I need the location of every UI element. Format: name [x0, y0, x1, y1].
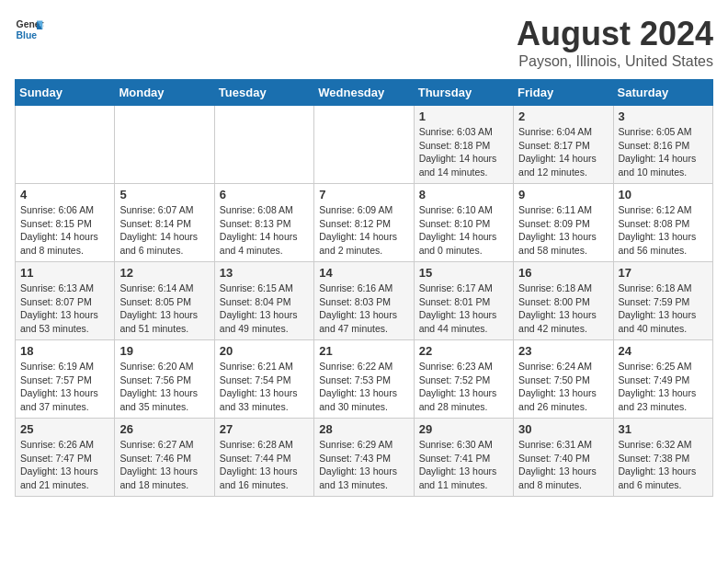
day-number: 15 [419, 266, 508, 280]
calendar-body: 1Sunrise: 6:03 AMSunset: 8:18 PMDaylight… [16, 106, 713, 497]
calendar-cell: 21Sunrise: 6:22 AMSunset: 7:53 PMDayligh… [314, 340, 414, 419]
day-info: Sunrise: 6:24 AMSunset: 7:50 PMDaylight:… [518, 360, 608, 414]
calendar-cell: 11Sunrise: 6:13 AMSunset: 8:07 PMDayligh… [16, 262, 115, 340]
day-of-week-tuesday: Tuesday [214, 80, 313, 106]
calendar-cell: 9Sunrise: 6:11 AMSunset: 8:09 PMDaylight… [514, 184, 613, 262]
day-number: 13 [220, 266, 309, 280]
day-info: Sunrise: 6:25 AMSunset: 7:49 PMDaylight:… [619, 360, 708, 414]
day-info: Sunrise: 6:10 AMSunset: 8:10 PMDaylight:… [419, 203, 508, 258]
calendar-cell: 20Sunrise: 6:21 AMSunset: 7:54 PMDayligh… [214, 340, 313, 419]
calendar-cell: 31Sunrise: 6:32 AMSunset: 7:38 PMDayligh… [613, 419, 712, 497]
calendar-cell: 16Sunrise: 6:18 AMSunset: 8:00 PMDayligh… [514, 262, 613, 340]
calendar-cell: 13Sunrise: 6:15 AMSunset: 8:04 PMDayligh… [214, 262, 313, 340]
day-info: Sunrise: 6:28 AMSunset: 7:44 PMDaylight:… [220, 438, 309, 492]
day-info: Sunrise: 6:05 AMSunset: 8:16 PMDaylight:… [619, 125, 708, 179]
calendar-week-2: 4Sunrise: 6:06 AMSunset: 8:15 PMDaylight… [16, 184, 713, 262]
logo: General Blue [15, 15, 44, 44]
day-info: Sunrise: 6:15 AMSunset: 8:04 PMDaylight:… [220, 282, 309, 336]
day-number: 11 [20, 266, 109, 280]
calendar-cell [214, 106, 313, 184]
page-header: General Blue August 2024 Payson, Illinoi… [15, 15, 713, 70]
calendar-cell: 3Sunrise: 6:05 AMSunset: 8:16 PMDaylight… [613, 106, 712, 184]
calendar-cell: 25Sunrise: 6:26 AMSunset: 7:47 PMDayligh… [16, 419, 115, 497]
day-number: 14 [319, 266, 408, 280]
day-number: 18 [20, 344, 109, 358]
day-info: Sunrise: 6:17 AMSunset: 8:01 PMDaylight:… [419, 282, 508, 336]
calendar-cell: 27Sunrise: 6:28 AMSunset: 7:44 PMDayligh… [214, 419, 313, 497]
calendar-cell: 14Sunrise: 6:16 AMSunset: 8:03 PMDayligh… [314, 262, 414, 340]
day-number: 5 [119, 188, 209, 201]
day-of-week-friday: Friday [514, 80, 613, 106]
calendar-cell: 17Sunrise: 6:18 AMSunset: 7:59 PMDayligh… [613, 262, 712, 340]
day-number: 9 [518, 188, 608, 201]
day-number: 29 [419, 422, 508, 436]
day-info: Sunrise: 6:30 AMSunset: 7:41 PMDaylight:… [419, 438, 508, 492]
day-info: Sunrise: 6:07 AMSunset: 8:14 PMDaylight:… [119, 203, 209, 258]
calendar-cell: 5Sunrise: 6:07 AMSunset: 8:14 PMDaylight… [115, 184, 214, 262]
day-number: 7 [319, 188, 408, 201]
day-number: 19 [119, 344, 209, 358]
day-number: 21 [319, 344, 408, 358]
day-number: 2 [518, 109, 608, 123]
day-number: 23 [518, 344, 608, 358]
calendar-cell: 10Sunrise: 6:12 AMSunset: 8:08 PMDayligh… [613, 184, 712, 262]
day-info: Sunrise: 6:11 AMSunset: 8:09 PMDaylight:… [518, 203, 608, 258]
calendar-cell: 19Sunrise: 6:20 AMSunset: 7:56 PMDayligh… [115, 340, 214, 419]
day-info: Sunrise: 6:09 AMSunset: 8:12 PMDaylight:… [319, 203, 408, 258]
calendar-cell: 28Sunrise: 6:29 AMSunset: 7:43 PMDayligh… [314, 419, 414, 497]
day-info: Sunrise: 6:23 AMSunset: 7:52 PMDaylight:… [419, 360, 508, 414]
calendar-table: SundayMondayTuesdayWednesdayThursdayFrid… [15, 79, 713, 497]
calendar-cell: 1Sunrise: 6:03 AMSunset: 8:18 PMDaylight… [414, 106, 513, 184]
calendar-cell: 26Sunrise: 6:27 AMSunset: 7:46 PMDayligh… [115, 419, 214, 497]
calendar-week-5: 25Sunrise: 6:26 AMSunset: 7:47 PMDayligh… [16, 419, 713, 497]
day-info: Sunrise: 6:21 AMSunset: 7:54 PMDaylight:… [220, 360, 309, 414]
day-info: Sunrise: 6:19 AMSunset: 7:57 PMDaylight:… [20, 360, 109, 414]
day-number: 10 [619, 188, 708, 201]
day-number: 26 [119, 422, 209, 436]
days-of-week-row: SundayMondayTuesdayWednesdayThursdayFrid… [16, 80, 713, 106]
day-info: Sunrise: 6:26 AMSunset: 7:47 PMDaylight:… [20, 438, 109, 492]
calendar-cell: 24Sunrise: 6:25 AMSunset: 7:49 PMDayligh… [613, 340, 712, 419]
day-info: Sunrise: 6:08 AMSunset: 8:13 PMDaylight:… [220, 203, 309, 258]
day-number: 31 [619, 422, 708, 436]
day-info: Sunrise: 6:12 AMSunset: 8:08 PMDaylight:… [619, 203, 708, 258]
calendar-cell: 12Sunrise: 6:14 AMSunset: 8:05 PMDayligh… [115, 262, 214, 340]
calendar-cell [115, 106, 214, 184]
day-number: 3 [619, 109, 708, 123]
day-number: 16 [518, 266, 608, 280]
title-block: August 2024 Payson, Illinois, United Sta… [517, 15, 713, 70]
day-of-week-thursday: Thursday [414, 80, 513, 106]
day-info: Sunrise: 6:13 AMSunset: 8:07 PMDaylight:… [20, 282, 109, 336]
calendar-cell: 18Sunrise: 6:19 AMSunset: 7:57 PMDayligh… [16, 340, 115, 419]
calendar-cell: 8Sunrise: 6:10 AMSunset: 8:10 PMDaylight… [414, 184, 513, 262]
calendar-cell: 4Sunrise: 6:06 AMSunset: 8:15 PMDaylight… [16, 184, 115, 262]
day-number: 12 [119, 266, 209, 280]
day-number: 4 [20, 188, 109, 201]
calendar-week-4: 18Sunrise: 6:19 AMSunset: 7:57 PMDayligh… [16, 340, 713, 419]
day-info: Sunrise: 6:04 AMSunset: 8:17 PMDaylight:… [518, 125, 608, 179]
calendar-cell: 29Sunrise: 6:30 AMSunset: 7:41 PMDayligh… [414, 419, 513, 497]
day-info: Sunrise: 6:14 AMSunset: 8:05 PMDaylight:… [119, 282, 209, 336]
calendar-cell: 30Sunrise: 6:31 AMSunset: 7:40 PMDayligh… [514, 419, 613, 497]
day-info: Sunrise: 6:22 AMSunset: 7:53 PMDaylight:… [319, 360, 408, 414]
calendar-cell: 6Sunrise: 6:08 AMSunset: 8:13 PMDaylight… [214, 184, 313, 262]
calendar-header: SundayMondayTuesdayWednesdayThursdayFrid… [16, 80, 713, 106]
calendar-cell: 15Sunrise: 6:17 AMSunset: 8:01 PMDayligh… [414, 262, 513, 340]
day-of-week-sunday: Sunday [16, 80, 115, 106]
day-number: 30 [518, 422, 608, 436]
day-info: Sunrise: 6:18 AMSunset: 7:59 PMDaylight:… [619, 282, 708, 336]
calendar-cell: 23Sunrise: 6:24 AMSunset: 7:50 PMDayligh… [514, 340, 613, 419]
calendar-cell [314, 106, 414, 184]
calendar-week-3: 11Sunrise: 6:13 AMSunset: 8:07 PMDayligh… [16, 262, 713, 340]
day-number: 28 [319, 422, 408, 436]
day-number: 1 [419, 109, 508, 123]
day-info: Sunrise: 6:18 AMSunset: 8:00 PMDaylight:… [518, 282, 608, 336]
day-number: 8 [419, 188, 508, 201]
page-subtitle: Payson, Illinois, United States [517, 53, 713, 70]
day-info: Sunrise: 6:06 AMSunset: 8:15 PMDaylight:… [20, 203, 109, 258]
day-number: 20 [220, 344, 309, 358]
calendar-cell: 7Sunrise: 6:09 AMSunset: 8:12 PMDaylight… [314, 184, 414, 262]
day-number: 27 [220, 422, 309, 436]
day-number: 17 [619, 266, 708, 280]
calendar-cell: 2Sunrise: 6:04 AMSunset: 8:17 PMDaylight… [514, 106, 613, 184]
